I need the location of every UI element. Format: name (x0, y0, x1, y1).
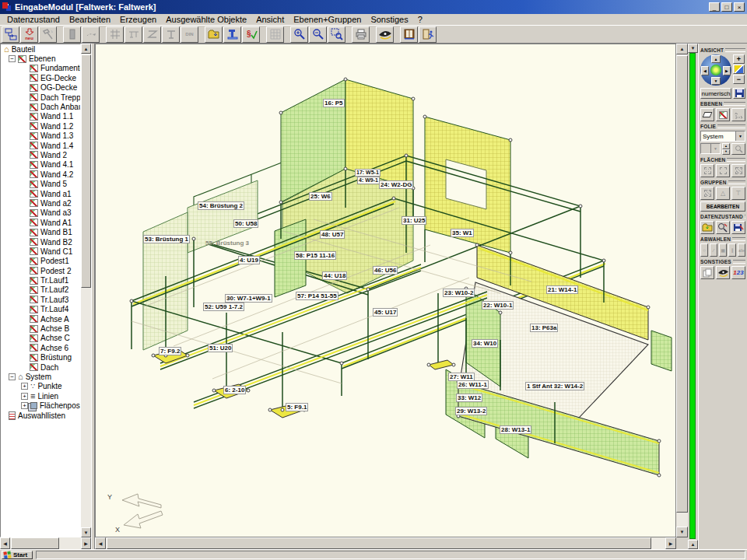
tree-item-punkte[interactable]: +Punkte (1, 382, 80, 391)
maximize-button[interactable]: □ (721, 2, 732, 12)
tree-item-tr-lauf2[interactable]: Tr.Lauf2 (1, 285, 80, 295)
new-button[interactable]: neu (20, 26, 38, 43)
tree-item-wand-a1[interactable]: Wand A1 (1, 218, 80, 227)
folie-select[interactable]: System ▼ (700, 131, 745, 142)
tree-item-linien[interactable]: +Linien (1, 391, 80, 401)
tree-item-fl-chenpositione[interactable]: +Flächenpositione (1, 401, 80, 410)
scroll-up-icon[interactable]: ▲ (81, 44, 91, 54)
selection-bar-top-button[interactable]: ▼ (688, 44, 698, 53)
taskbar-tray[interactable] (36, 551, 745, 559)
zoom-minus-button[interactable]: − (733, 75, 745, 84)
tree-item-wand-c1[interactable]: Wand C1 (1, 247, 80, 256)
column-button[interactable] (63, 26, 81, 43)
tree-item-wand-1-2[interactable]: Wand 1.2 (1, 121, 80, 131)
tree-item-achse-a[interactable]: Achse A (1, 314, 80, 324)
zoom-window-button[interactable] (328, 26, 345, 43)
flaeche-hatch-button[interactable] (731, 164, 745, 177)
tree-item-wand-4-2[interactable]: Wand 4.2 (1, 170, 80, 179)
gruppe-mesh-button[interactable] (700, 187, 714, 200)
scroll-right-icon[interactable]: ▶ (81, 537, 91, 549)
tree-item-achse-b[interactable]: Achse B (1, 324, 80, 333)
view-rotate-pad[interactable]: ▲ ▼ ◀ ▶ (700, 54, 731, 86)
expand-icon[interactable]: + (21, 393, 28, 400)
folie-spinner[interactable]: ▲ ▼ (722, 143, 730, 155)
tree-item-wand-1-4[interactable]: Wand 1.4 (1, 141, 80, 150)
render-mode-button[interactable] (733, 65, 745, 74)
tree-item-podest1[interactable]: Podest1 (1, 257, 80, 266)
canvas-horizontal-scrollbar[interactable]: ◀ ▶ (95, 537, 676, 549)
scroll-right-icon[interactable]: ▶ (665, 537, 676, 549)
flaeche-outline-button[interactable] (716, 164, 730, 177)
collapse-icon[interactable]: − (9, 55, 16, 62)
rotate-button[interactable] (82, 26, 100, 43)
menu-sonstiges[interactable]: Sonstiges (366, 15, 412, 24)
ebene-edit-button[interactable] (716, 108, 730, 121)
tree-item-wand-5[interactable]: Wand 5 (1, 179, 80, 188)
tree-item-wand-1-1[interactable]: Wand 1.1 (1, 112, 80, 121)
canvas-vertical-scrollbar[interactable]: ▲ ▼ (676, 44, 688, 537)
open-project-button[interactable] (205, 26, 223, 43)
zoom-plus-button[interactable]: + (733, 54, 745, 64)
chevron-down-icon[interactable]: ▼ (735, 131, 745, 141)
chevron-down-icon[interactable]: ▼ (710, 144, 720, 153)
scroll-up-icon[interactable]: ▲ (676, 44, 688, 54)
spin-down-icon[interactable]: ▼ (722, 149, 730, 156)
scroll-down-icon[interactable]: ▼ (676, 527, 688, 537)
tree-item-tr-lauf3[interactable]: Tr.Lauf3 (1, 295, 80, 304)
scroll-down-icon[interactable]: ▼ (81, 527, 91, 537)
menu-datenzustand[interactable]: Datenzustand (2, 15, 65, 24)
scroll-left-icon[interactable]: ◀ (0, 537, 10, 549)
spin-up-icon[interactable]: ▲ (722, 143, 730, 149)
z-profile-button[interactable] (143, 26, 161, 43)
tree-item-wand-1-3[interactable]: Wand 1.3 (1, 131, 80, 141)
tools-button[interactable] (39, 26, 57, 43)
folie-number-select[interactable]: ▼ (700, 143, 721, 154)
exit-button[interactable] (419, 26, 437, 43)
tree-item-dach-treppenha[interactable]: Dach Treppenha (1, 93, 80, 102)
collapse-icon[interactable]: − (9, 373, 16, 380)
close-button[interactable]: × (734, 2, 745, 12)
norm-check-button[interactable]: § (242, 26, 260, 43)
sidebar-vertical-scrollbar[interactable]: ▲ ▼ (81, 44, 91, 537)
tree-item-system[interactable]: −System (1, 372, 80, 381)
fly-view-button[interactable] (716, 266, 730, 279)
grid-button[interactable] (266, 26, 284, 43)
minimize-button[interactable]: _ (709, 2, 720, 12)
slab-profile-button[interactable] (124, 26, 142, 43)
rotate-up-button[interactable]: ▲ (711, 55, 721, 63)
scroll-left-icon[interactable]: ◀ (95, 537, 106, 549)
tree-item-wand-b1[interactable]: Wand B1 (1, 227, 80, 236)
gruppe-t-button[interactable]: ⊤ (731, 187, 745, 200)
t-profile-button[interactable] (162, 26, 180, 43)
title-bar[interactable]: EingabeModul [Faltwerk: Faltwerk] _ □ × (0, 0, 747, 14)
tree-item-bauteil[interactable]: Bauteil (1, 44, 80, 54)
tree-item-wand-a3[interactable]: Wand a3 (1, 208, 80, 218)
raster-button[interactable] (106, 26, 124, 43)
tree-item-wand-4-1[interactable]: Wand 4.1 (1, 160, 80, 170)
menu-ausgewaehlte-objekte[interactable]: Ausgewählte Objekte (161, 15, 251, 24)
expand-icon[interactable]: + (21, 383, 28, 390)
data-flow-button[interactable] (2, 26, 19, 43)
tree-item-wand-2[interactable]: Wand 2 (1, 150, 80, 159)
ebene-select-button[interactable] (700, 108, 714, 121)
deselect-all-button[interactable]: alle (738, 243, 745, 257)
zoom-in-button[interactable] (290, 26, 308, 43)
menu-erzeugen[interactable]: Erzeugen (115, 15, 161, 24)
tree-item-achse-c[interactable]: Achse C (1, 334, 80, 343)
gruppe-shape-button[interactable]: △ (716, 187, 730, 200)
numbering-button[interactable]: 123 (731, 266, 745, 279)
scroll-thumb[interactable] (107, 537, 651, 549)
inspect-state-button[interactable] (716, 221, 730, 234)
save-view-button[interactable] (733, 88, 745, 99)
save-state-button[interactable] (731, 221, 745, 234)
tree-item-ebenen[interactable]: −Ebenen (1, 54, 80, 63)
tree-item-fundamente[interactable]: Fundamente (1, 64, 80, 73)
selection-bar-bottom-button[interactable]: ▲ (688, 540, 698, 549)
deselect-columns-button[interactable]: ∥ (728, 243, 736, 257)
expand-icon[interactable]: + (21, 402, 28, 409)
sidebar-horizontal-scrollbar[interactable]: ◀ ▶ (0, 537, 91, 549)
flaeche-fill-button[interactable] (700, 164, 714, 177)
zoom-out-button[interactable] (309, 26, 327, 43)
tree-item-og-decke[interactable]: OG-Decke (1, 83, 80, 93)
tree-item-tr-lauf4[interactable]: Tr.Lauf4 (1, 305, 80, 314)
